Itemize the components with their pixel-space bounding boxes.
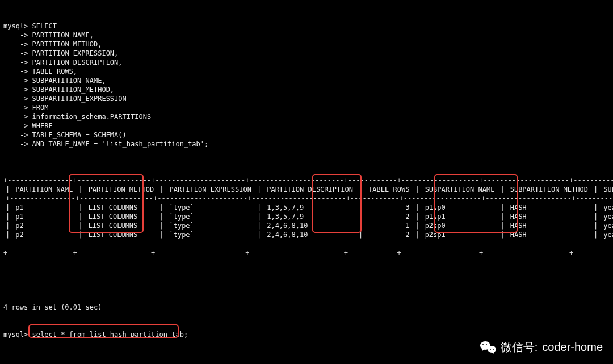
sql-line: SUBPARTITION_METHOD, — [32, 86, 115, 94]
sql-line: select * from list_hash_partition_tab; — [32, 331, 188, 338]
cont-prompt: -> — [20, 77, 28, 84]
cont-prompt: -> — [20, 113, 28, 121]
sql-line: FROM — [32, 104, 49, 112]
sql-query-block: mysql> SELECT -> PARTITION_NAME, -> PART… — [3, 12, 610, 149]
cont-prompt: -> — [20, 67, 28, 75]
table-row: |p1|LIST COLUMNS|`type`|1,3,5,7,9|3|p1sp… — [3, 203, 613, 212]
cont-prompt: -> — [20, 95, 28, 103]
col-header: SUBPARTITION_METHOD — [508, 185, 591, 194]
table-border: +----------------+------------------+---… — [3, 249, 613, 257]
watermark-label: 微信号: — [501, 342, 538, 352]
sql-line: SUBPARTITION_NAME, — [32, 77, 106, 84]
col-header: SUBPARTITION_EXPRESSION — [601, 185, 613, 194]
cont-prompt: -> — [20, 131, 28, 139]
result-status: 4 rows in set (0.01 sec) — [3, 303, 102, 311]
table-row: |p2|LIST COLUMNS|`type`|2,4,6,8,10|1|p2s… — [3, 221, 613, 230]
sql-line: TABLE_ROWS, — [32, 67, 77, 75]
cont-prompt: -> — [20, 49, 28, 57]
sql-line: PARTITION_METHOD, — [32, 40, 102, 48]
col-header: PARTITION_EXPRESSION — [167, 185, 255, 194]
sql-line: AND TABLE_NAME = 'list_hash_partition_ta… — [32, 140, 209, 148]
table-header-row: |PARTITION_NAME |PARTITION_METHOD |PARTI… — [3, 185, 613, 194]
terminal[interactable]: mysql> SELECT -> PARTITION_NAME, -> PART… — [0, 0, 613, 364]
col-header: PARTITION_NAME — [13, 185, 76, 194]
cont-prompt: -> — [20, 122, 28, 130]
watermark-value: coder-home — [542, 342, 603, 352]
col-header: PARTITION_METHOD — [86, 185, 158, 194]
prompt: mysql> — [3, 22, 28, 30]
table-border: +----------------+------------------+---… — [3, 176, 613, 184]
sql-line: PARTITION_NAME, — [32, 31, 94, 39]
sql-line: SELECT — [32, 22, 57, 30]
cont-prompt: -> — [20, 104, 28, 112]
col-header: PARTITION_DESCRIPTION — [264, 185, 356, 194]
sql-line: PARTITION_DESCRIPTION, — [32, 58, 123, 66]
table-row: |p2|LIST COLUMNS|`type`|2,4,6,8,10|2|p2s… — [3, 230, 613, 239]
cont-prompt: -> — [20, 140, 28, 148]
sql-line: PARTITION_EXPRESSION, — [32, 49, 119, 57]
table-row: |p1|LIST COLUMNS|`type`|1,3,5,7,9|2|p1sp… — [3, 212, 613, 221]
sql-line: WHERE — [32, 122, 53, 130]
table-border: +----------------+------------------+---… — [3, 194, 613, 203]
cont-prompt: -> — [20, 31, 28, 39]
partitions-table: |PARTITION_NAME |PARTITION_METHOD |PARTI… — [3, 185, 613, 239]
cont-prompt: -> — [20, 40, 28, 48]
col-header: SUBPARTITION_NAME — [423, 185, 498, 194]
cont-prompt: -> — [20, 86, 28, 94]
cont-prompt: -> — [20, 58, 28, 66]
wechat-icon — [480, 340, 496, 354]
partitions-table-wrap: +----------------+------------------+---… — [3, 167, 610, 294]
watermark: 微信号: coder-home — [480, 340, 603, 354]
col-header: TABLE_ROWS — [366, 185, 413, 194]
sql-line: information_schema.PARTITIONS — [32, 113, 152, 121]
sql-line: TABLE_SCHEMA = SCHEMA() — [32, 131, 127, 139]
prompt: mysql> — [3, 331, 28, 338]
sql-line: SUBPARTITION_EXPRESSION — [32, 95, 127, 103]
